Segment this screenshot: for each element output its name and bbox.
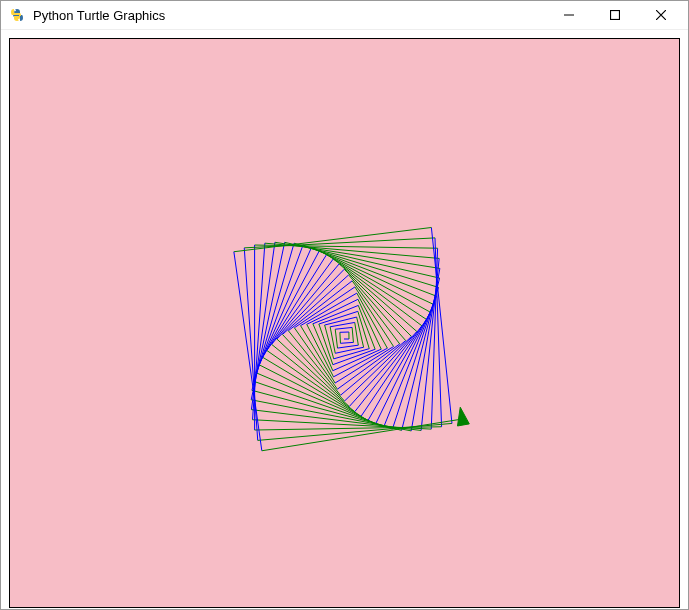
window-title: Python Turtle Graphics (33, 8, 546, 23)
svg-point-0 (15, 10, 16, 11)
turtle-canvas (10, 39, 679, 607)
window-frame: Python Turtle Graphics (0, 0, 689, 610)
maximize-button[interactable] (592, 1, 638, 29)
window-controls (546, 1, 684, 29)
close-button[interactable] (638, 1, 684, 29)
svg-rect-2 (611, 11, 620, 20)
titlebar[interactable]: Python Turtle Graphics (1, 1, 688, 30)
canvas-frame (9, 38, 680, 608)
canvas-background (10, 39, 679, 607)
spiral-segment (340, 332, 341, 343)
python-turtle-icon (9, 7, 25, 23)
svg-point-1 (18, 19, 19, 20)
minimize-button[interactable] (546, 1, 592, 29)
client-area (1, 30, 688, 610)
